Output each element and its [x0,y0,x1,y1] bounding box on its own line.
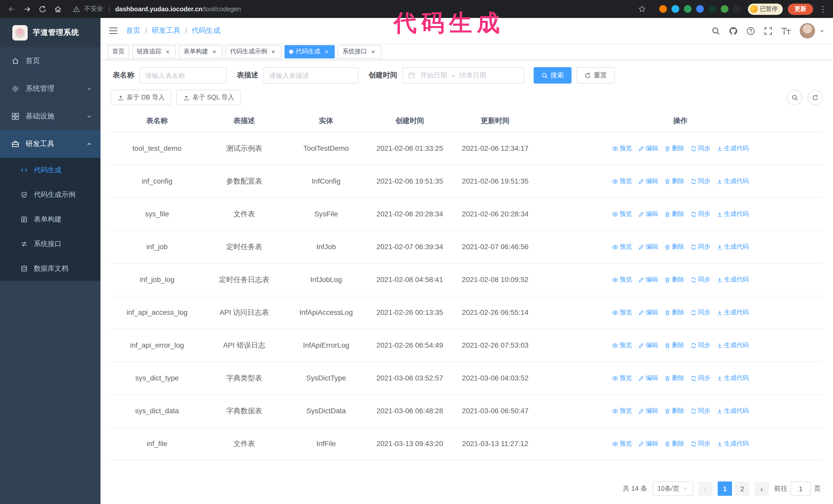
table-name-input[interactable] [139,67,227,83]
avatar[interactable] [800,23,815,39]
action-sync[interactable]: 同步 [690,242,710,251]
action-edit[interactable]: 编辑 [638,275,658,284]
action-sync[interactable]: 同步 [690,209,710,219]
action-generate-code[interactable]: 生成代码 [716,406,749,415]
action-sync[interactable]: 同步 [690,340,710,350]
extension-icon[interactable] [671,5,679,13]
close-icon[interactable]: × [370,48,377,55]
action-edit[interactable]: 编辑 [638,406,658,415]
chevron-down-icon[interactable] [819,28,825,33]
extension-icon[interactable] [659,5,667,13]
github-icon[interactable] [729,26,738,35]
action-delete[interactable]: 删除 [664,308,684,317]
action-sync[interactable]: 同步 [690,439,710,448]
action-generate-code[interactable]: 生成代码 [716,275,749,284]
table-desc-input[interactable] [263,67,358,83]
sidebar-item-devtools[interactable]: 研发工具 [0,130,100,158]
action-edit[interactable]: 编辑 [638,439,658,448]
action-delete[interactable]: 删除 [664,242,684,251]
action-sync[interactable]: 同步 [690,406,710,415]
action-delete[interactable]: 删除 [664,275,684,284]
page-size-select[interactable]: 10条/页 [652,481,693,496]
extension-icon[interactable] [696,5,704,13]
breadcrumb-item[interactable]: 首页 [126,26,140,35]
action-generate-code[interactable]: 生成代码 [716,144,749,153]
action-generate-code[interactable]: 生成代码 [716,308,749,317]
action-edit[interactable]: 编辑 [638,373,658,383]
sidebar-item-home[interactable]: 首页 [0,47,100,75]
extension-icon[interactable] [708,5,716,13]
breadcrumb-item[interactable]: 研发工具 [152,26,181,35]
date-range-picker[interactable]: 开始日期 - 结束日期 [402,67,524,83]
action-edit[interactable]: 编辑 [638,209,658,219]
action-edit[interactable]: 编辑 [638,308,658,317]
reset-button[interactable]: 重置 [577,67,615,83]
action-sync[interactable]: 同步 [690,144,710,153]
prev-page-button[interactable]: ‹ [698,481,713,496]
action-preview[interactable]: 预览 [612,406,632,415]
extension-icon[interactable] [684,5,691,13]
action-sync[interactable]: 同步 [690,308,710,317]
menu-dots-icon[interactable]: ⋮ [819,4,827,14]
sidebar-subitem-codegen[interactable]: 代码生成 [0,158,100,183]
bookmark-star-icon[interactable] [638,5,646,13]
paused-badge[interactable]: 已暂停 [748,3,783,15]
action-delete[interactable]: 删除 [664,144,684,153]
help-icon[interactable] [746,26,755,35]
app-logo[interactable]: 芋道管理系统 [0,18,100,47]
import-sql-button[interactable]: 基于 SQL 导入 [176,90,241,105]
goto-page-input[interactable] [790,481,811,496]
extension-icon[interactable] [733,5,740,13]
tab-item[interactable]: 代码生成示例× [225,45,281,58]
action-sync[interactable]: 同步 [690,176,710,186]
back-icon[interactable] [5,2,19,16]
forward-icon[interactable] [21,2,34,16]
close-icon[interactable]: × [164,48,171,55]
refresh-table-button[interactable] [807,90,823,105]
action-edit[interactable]: 编辑 [638,340,658,350]
action-sync[interactable]: 同步 [690,373,710,383]
action-preview[interactable]: 预览 [612,373,632,383]
sidebar-subitem-api[interactable]: 系统接口 [0,232,100,256]
action-generate-code[interactable]: 生成代码 [716,340,749,350]
update-button[interactable]: 更新 [788,3,813,15]
action-edit[interactable]: 编辑 [638,176,658,186]
action-generate-code[interactable]: 生成代码 [716,209,749,219]
import-db-button[interactable]: 基于 DB 导入 [111,90,171,105]
action-delete[interactable]: 删除 [664,373,684,383]
home-icon[interactable] [51,2,65,16]
toggle-search-button[interactable] [787,90,802,105]
address-bar[interactable]: 不安全 | dashboard.yudao.iocoder.cn/tool/co… [67,2,652,16]
action-preview[interactable]: 预览 [612,242,632,251]
sidebar-subitem-codegen-example[interactable]: 代码生成示例 [0,183,100,207]
action-edit[interactable]: 编辑 [638,144,658,153]
tab-item[interactable]: 代码生成× [285,45,335,58]
action-generate-code[interactable]: 生成代码 [716,242,749,251]
tab-item[interactable]: 系统接口× [338,45,381,58]
action-preview[interactable]: 预览 [612,340,632,350]
action-preview[interactable]: 预览 [612,439,632,448]
action-preview[interactable]: 预览 [612,275,632,284]
action-sync[interactable]: 同步 [690,275,710,284]
page-button[interactable]: 1 [718,481,732,496]
tab-item[interactable]: 表单构建× [179,45,222,58]
action-preview[interactable]: 预览 [612,176,632,186]
action-generate-code[interactable]: 生成代码 [716,439,749,448]
action-delete[interactable]: 删除 [664,176,684,186]
action-generate-code[interactable]: 生成代码 [716,176,749,186]
action-edit[interactable]: 编辑 [638,242,658,251]
next-page-button[interactable]: › [755,481,769,496]
search-icon[interactable] [712,26,720,35]
close-icon[interactable]: × [323,48,330,55]
sidebar-item-infra[interactable]: 基础设施 [0,102,100,130]
action-delete[interactable]: 删除 [664,209,684,219]
page-button[interactable]: 2 [735,481,749,496]
sidebar-item-system[interactable]: 系统管理 [0,75,100,102]
action-generate-code[interactable]: 生成代码 [716,373,749,383]
hamburger-icon[interactable] [109,27,118,34]
search-button[interactable]: 搜索 [533,67,572,83]
action-preview[interactable]: 预览 [612,209,632,219]
action-delete[interactable]: 删除 [664,439,684,448]
tab-item[interactable]: 首页 [108,45,129,58]
close-icon[interactable]: × [211,48,218,55]
